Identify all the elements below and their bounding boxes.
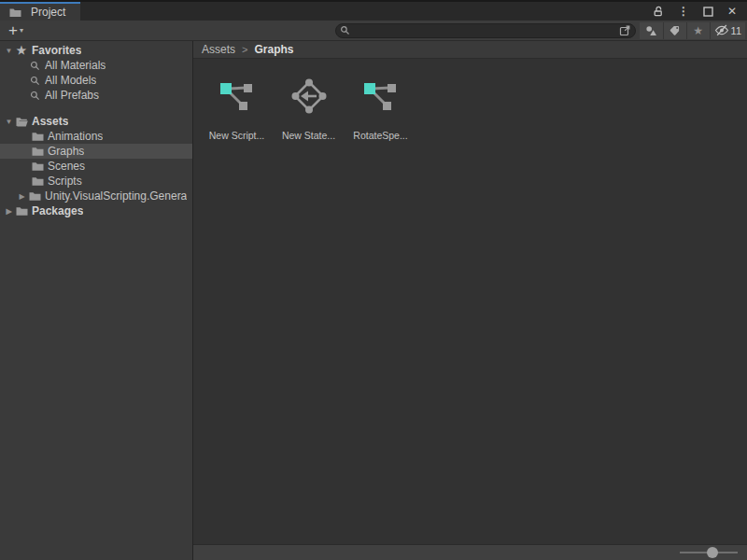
search-icon <box>28 91 41 101</box>
folder-tree: ▼ ★ Favorites All Materials All Models <box>0 41 193 560</box>
sidebar-item-visual-scripting[interactable]: ▶ Unity.VisualScripting.Genera <box>0 189 192 203</box>
folder-icon <box>28 191 41 202</box>
panel-menu-icon[interactable]: ⋮ <box>678 6 689 17</box>
folder-icon <box>31 176 44 187</box>
chevron-down-icon: ▾ <box>20 26 23 35</box>
search-icon <box>28 61 41 71</box>
open-search-window-icon[interactable] <box>619 24 631 36</box>
expander-right-icon[interactable]: ▶ <box>16 192 28 201</box>
breadcrumb-assets[interactable]: Assets <box>202 43 235 56</box>
tab-project[interactable]: Project <box>0 2 80 21</box>
zoom-slider-knob[interactable] <box>707 547 718 558</box>
sidebar-item-all-models[interactable]: All Models <box>0 73 192 88</box>
folder-icon <box>31 132 44 142</box>
search-icon <box>340 25 350 35</box>
hidden-packages-button[interactable]: 11 <box>710 22 745 39</box>
sidebar-item-scenes[interactable]: Scenes <box>0 159 192 174</box>
sidebar-item-scripts[interactable]: Scripts <box>0 174 192 189</box>
asset-new-state-graph[interactable]: New State... <box>273 77 345 141</box>
project-toolbar: + ▾ ★ 11 <box>0 21 747 41</box>
folder-icon <box>8 7 21 18</box>
sidebar-item-graphs[interactable]: Graphs <box>0 144 192 159</box>
save-search-button[interactable]: ★ <box>686 22 710 39</box>
script-graph-icon <box>362 77 400 115</box>
search-icon <box>28 76 41 86</box>
script-graph-icon <box>218 77 256 115</box>
folder-icon <box>31 147 44 157</box>
folder-open-icon <box>15 117 28 127</box>
asset-pane: Assets > Graphs New Script. <box>193 41 747 560</box>
search-by-label-button[interactable] <box>663 22 686 39</box>
asset-label: RotateSpe... <box>353 130 407 141</box>
asset-grid[interactable]: New Script... New S <box>193 59 747 544</box>
star-icon: ★ <box>15 45 28 56</box>
breadcrumb: Assets > Graphs <box>193 41 747 59</box>
search-field[interactable] <box>335 23 636 38</box>
breadcrumb-graphs[interactable]: Graphs <box>254 43 293 56</box>
search-input[interactable] <box>350 24 619 36</box>
search-by-type-button[interactable] <box>640 22 663 39</box>
tree-spacer <box>0 103 192 114</box>
tab-strip: Project ⋮ ✕ <box>0 0 747 21</box>
asset-new-script-graph[interactable]: New Script... <box>201 77 273 141</box>
expander-down-icon[interactable]: ▼ <box>3 118 15 126</box>
star-icon: ★ <box>693 25 703 36</box>
folder-icon <box>31 161 44 172</box>
zoom-slider[interactable] <box>680 547 738 558</box>
status-bar <box>193 544 747 560</box>
search-filter-buttons: ★ 11 <box>640 22 745 39</box>
tab-label: Project <box>31 6 65 19</box>
project-window: Project ⋮ ✕ + ▾ <box>0 0 747 560</box>
sidebar-item-all-materials[interactable]: All Materials <box>0 58 192 73</box>
plus-icon: + <box>8 22 18 39</box>
breadcrumb-separator-icon: > <box>242 44 247 55</box>
unlock-icon[interactable] <box>653 6 664 17</box>
sidebar-item-favorites[interactable]: ▼ ★ Favorites <box>0 43 192 58</box>
sidebar-item-assets[interactable]: ▼ Assets <box>0 114 192 129</box>
asset-label: New State... <box>282 130 335 141</box>
create-asset-button[interactable]: + ▾ <box>2 21 30 40</box>
expander-down-icon[interactable]: ▼ <box>3 47 15 55</box>
asset-label: New Script... <box>209 130 265 141</box>
hidden-count: 11 <box>731 25 741 36</box>
maximize-icon[interactable] <box>703 7 713 17</box>
expander-right-icon[interactable]: ▶ <box>3 207 15 216</box>
asset-rotate-speed-graph[interactable]: RotateSpe... <box>345 77 416 141</box>
folder-icon <box>15 206 28 217</box>
sidebar-item-packages[interactable]: ▶ Packages <box>0 203 192 218</box>
close-icon[interactable]: ✕ <box>727 6 737 17</box>
window-controls: ⋮ ✕ <box>653 2 747 21</box>
sidebar-item-all-prefabs[interactable]: All Prefabs <box>0 88 192 103</box>
project-body: ▼ ★ Favorites All Materials All Models <box>0 41 747 560</box>
state-graph-icon <box>290 77 328 115</box>
sidebar-item-animations[interactable]: Animations <box>0 129 192 144</box>
